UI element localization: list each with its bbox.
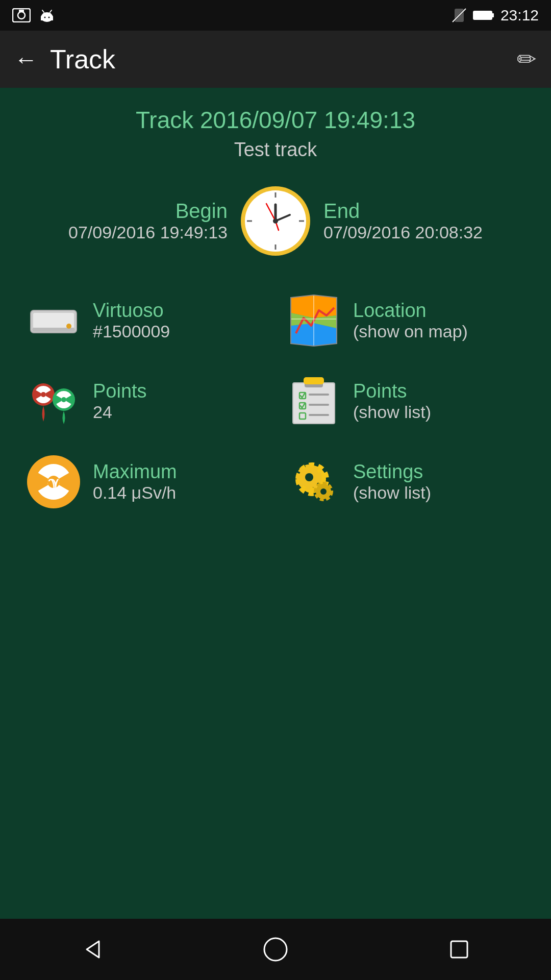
device-icon — [26, 292, 82, 349]
battery-icon — [473, 10, 494, 21]
points-list-text: Points (show list) — [353, 380, 431, 422]
svg-rect-4 — [41, 16, 53, 20]
android-icon — [39, 7, 55, 23]
points-count-item[interactable]: Points 24 — [20, 366, 270, 436]
maximum-text: Maximum 0.14 μSv/h — [93, 461, 177, 503]
svg-rect-42 — [304, 377, 324, 384]
status-bar-right: 23:12 — [452, 7, 539, 24]
settings-text: Settings (show list) — [353, 461, 431, 503]
location-item[interactable]: Location (show on map) — [281, 285, 531, 356]
device-text: Virtuoso #1500009 — [93, 300, 170, 341]
info-grid: Virtuoso #1500009 — [20, 285, 531, 517]
svg-point-24 — [273, 218, 278, 224]
photo-icon — [12, 8, 31, 22]
svg-marker-61 — [87, 941, 99, 958]
svg-rect-2 — [19, 10, 24, 12]
begin-label: Begin — [20, 200, 228, 223]
points-count-text: Points 24 — [93, 380, 147, 422]
track-subtitle: Test track — [20, 139, 531, 161]
points-list-value: (show list) — [353, 402, 431, 422]
time-section: Begin 07/09/2016 19:49:13 — [20, 185, 531, 257]
svg-point-1 — [18, 12, 25, 19]
points-list-item[interactable]: Points (show list) — [281, 366, 531, 436]
settings-item[interactable]: Settings (show list) — [281, 447, 531, 517]
nosim-icon — [452, 8, 467, 23]
svg-point-57 — [305, 473, 313, 481]
main-content: Track 2016/09/07 19:49:13 Test track Beg… — [0, 88, 551, 919]
svg-line-7 — [42, 10, 44, 12]
location-value: (show on map) — [353, 322, 468, 341]
clipboard-icon — [286, 373, 342, 429]
maximum-label: Maximum — [93, 461, 177, 483]
begin-value: 07/09/2016 19:49:13 — [20, 223, 228, 242]
map-icon — [286, 292, 342, 349]
end-value: 07/09/2016 20:08:32 — [323, 223, 531, 242]
settings-label: Settings — [353, 461, 431, 483]
radiation-circle-icon: ℽ — [26, 454, 82, 510]
svg-point-5 — [44, 17, 46, 18]
begin-block: Begin 07/09/2016 19:49:13 — [20, 200, 240, 242]
points-count-value: 24 — [93, 402, 147, 422]
svg-rect-12 — [473, 11, 492, 19]
location-label: Location — [353, 300, 468, 322]
nav-back-button[interactable] — [71, 929, 112, 970]
status-bar-left — [12, 7, 55, 23]
end-label: End — [323, 200, 531, 223]
svg-line-8 — [50, 10, 52, 12]
device-value: #1500009 — [93, 322, 170, 341]
nav-recent-button[interactable] — [439, 929, 480, 970]
points-list-label: Points — [353, 380, 431, 402]
device-label: Virtuoso — [93, 300, 170, 322]
svg-point-60 — [320, 488, 327, 495]
clock-icon — [240, 185, 311, 257]
track-title: Track 2016/09/07 19:49:13 — [20, 106, 531, 134]
page-title: Track — [50, 44, 517, 75]
maximum-value: 0.14 μSv/h — [93, 483, 177, 503]
svg-rect-46 — [309, 404, 329, 406]
svg-rect-13 — [492, 13, 494, 17]
settings-value: (show list) — [353, 483, 431, 503]
svg-point-62 — [264, 938, 287, 961]
gears-icon — [286, 454, 342, 510]
maximum-item[interactable]: ℽ Maximum 0.14 μSv/h — [20, 447, 270, 517]
points-label: Points — [93, 380, 147, 402]
location-text: Location (show on map) — [353, 300, 468, 341]
status-time: 23:12 — [500, 7, 539, 24]
svg-rect-48 — [309, 414, 329, 416]
radiation-pins-icon — [26, 373, 82, 429]
svg-point-34 — [41, 392, 46, 397]
nav-bar — [0, 919, 551, 980]
svg-point-37 — [61, 397, 66, 402]
svg-rect-63 — [451, 941, 467, 958]
svg-point-29 — [66, 324, 71, 329]
svg-rect-44 — [309, 394, 329, 396]
nav-home-button[interactable] — [255, 929, 296, 970]
app-bar: ← Track ✏ — [0, 31, 551, 88]
end-block: End 07/09/2016 20:08:32 — [311, 200, 531, 242]
svg-point-6 — [48, 17, 50, 18]
edit-icon[interactable]: ✏ — [517, 45, 537, 73]
device-item[interactable]: Virtuoso #1500009 — [20, 285, 270, 356]
back-button[interactable]: ← — [14, 47, 38, 71]
status-bar: 23:12 — [0, 0, 551, 31]
svg-text:ℽ: ℽ — [48, 475, 59, 491]
